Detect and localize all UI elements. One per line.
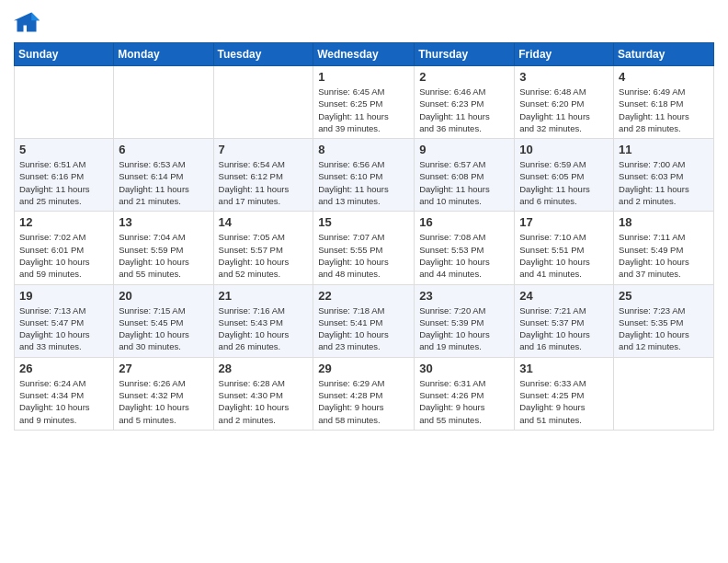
day-number: 20 bbox=[119, 289, 208, 303]
calendar-week-1: 1Sunrise: 6:45 AM Sunset: 6:25 PM Daylig… bbox=[15, 66, 714, 139]
calendar-week-3: 12Sunrise: 7:02 AM Sunset: 6:01 PM Dayli… bbox=[15, 212, 714, 284]
day-number: 24 bbox=[519, 289, 609, 303]
day-info: Sunrise: 7:13 AM Sunset: 5:47 PM Dayligh… bbox=[19, 304, 108, 353]
calendar-week-5: 26Sunrise: 6:24 AM Sunset: 4:34 PM Dayli… bbox=[15, 357, 714, 430]
day-info: Sunrise: 7:21 AM Sunset: 5:37 PM Dayligh… bbox=[519, 304, 609, 353]
calendar-cell: 6Sunrise: 6:53 AM Sunset: 6:14 PM Daylig… bbox=[114, 139, 213, 212]
calendar-cell: 22Sunrise: 7:18 AM Sunset: 5:41 PM Dayli… bbox=[313, 284, 415, 357]
day-info: Sunrise: 7:00 AM Sunset: 6:03 PM Dayligh… bbox=[619, 158, 709, 207]
calendar-week-4: 19Sunrise: 7:13 AM Sunset: 5:47 PM Dayli… bbox=[15, 284, 714, 357]
day-info: Sunrise: 6:33 AM Sunset: 4:25 PM Dayligh… bbox=[519, 377, 609, 426]
day-number: 28 bbox=[219, 362, 309, 375]
calendar-cell: 14Sunrise: 7:05 AM Sunset: 5:57 PM Dayli… bbox=[213, 212, 313, 284]
day-number: 30 bbox=[419, 362, 509, 375]
calendar-header: SundayMondayTuesdayWednesdayThursdayFrid… bbox=[15, 43, 714, 66]
weekday-header-monday: Monday bbox=[114, 43, 213, 66]
weekday-header-sunday: Sunday bbox=[15, 43, 114, 66]
day-info: Sunrise: 6:56 AM Sunset: 6:10 PM Dayligh… bbox=[318, 158, 409, 207]
calendar-cell: 27Sunrise: 6:26 AM Sunset: 4:32 PM Dayli… bbox=[114, 357, 213, 430]
calendar-cell: 26Sunrise: 6:24 AM Sunset: 4:34 PM Dayli… bbox=[15, 357, 114, 430]
day-info: Sunrise: 6:57 AM Sunset: 6:08 PM Dayligh… bbox=[419, 158, 509, 207]
day-number: 3 bbox=[519, 70, 609, 84]
weekday-header-friday: Friday bbox=[515, 43, 614, 66]
calendar-cell: 3Sunrise: 6:48 AM Sunset: 6:20 PM Daylig… bbox=[515, 66, 614, 139]
calendar-cell: 2Sunrise: 6:46 AM Sunset: 6:23 PM Daylig… bbox=[415, 66, 515, 139]
calendar-cell: 23Sunrise: 7:20 AM Sunset: 5:39 PM Dayli… bbox=[415, 284, 515, 357]
calendar-cell: 1Sunrise: 6:45 AM Sunset: 6:25 PM Daylig… bbox=[313, 66, 415, 139]
day-number: 26 bbox=[19, 362, 108, 375]
day-number: 23 bbox=[419, 289, 509, 303]
calendar-body: 1Sunrise: 6:45 AM Sunset: 6:25 PM Daylig… bbox=[15, 66, 714, 431]
calendar-cell: 25Sunrise: 7:23 AM Sunset: 5:35 PM Dayli… bbox=[614, 284, 714, 357]
day-number: 14 bbox=[219, 215, 309, 229]
calendar-week-2: 5Sunrise: 6:51 AM Sunset: 6:16 PM Daylig… bbox=[15, 139, 714, 212]
day-number: 11 bbox=[619, 143, 709, 156]
calendar-table: SundayMondayTuesdayWednesdayThursdayFrid… bbox=[14, 42, 714, 431]
day-number: 5 bbox=[19, 143, 108, 156]
day-info: Sunrise: 7:10 AM Sunset: 5:51 PM Dayligh… bbox=[519, 231, 609, 280]
logo bbox=[14, 9, 43, 35]
calendar-cell: 18Sunrise: 7:11 AM Sunset: 5:49 PM Dayli… bbox=[614, 212, 714, 284]
day-number: 8 bbox=[318, 143, 409, 156]
calendar-cell: 13Sunrise: 7:04 AM Sunset: 5:59 PM Dayli… bbox=[114, 212, 213, 284]
calendar-cell bbox=[114, 66, 213, 139]
day-number: 1 bbox=[318, 70, 409, 84]
day-info: Sunrise: 7:11 AM Sunset: 5:49 PM Dayligh… bbox=[619, 231, 709, 280]
calendar-cell bbox=[15, 66, 114, 139]
day-info: Sunrise: 7:18 AM Sunset: 5:41 PM Dayligh… bbox=[318, 304, 409, 353]
calendar-cell: 8Sunrise: 6:56 AM Sunset: 6:10 PM Daylig… bbox=[313, 139, 415, 212]
calendar-cell: 20Sunrise: 7:15 AM Sunset: 5:45 PM Dayli… bbox=[114, 284, 213, 357]
day-info: Sunrise: 7:05 AM Sunset: 5:57 PM Dayligh… bbox=[219, 231, 309, 280]
day-number: 29 bbox=[318, 362, 409, 375]
calendar-cell bbox=[614, 357, 714, 430]
calendar-cell: 4Sunrise: 6:49 AM Sunset: 6:18 PM Daylig… bbox=[614, 66, 714, 139]
page: SundayMondayTuesdayWednesdayThursdayFrid… bbox=[0, 0, 728, 444]
day-number: 17 bbox=[519, 215, 609, 229]
svg-marker-1 bbox=[31, 13, 40, 21]
day-number: 21 bbox=[219, 289, 309, 303]
day-info: Sunrise: 6:24 AM Sunset: 4:34 PM Dayligh… bbox=[19, 377, 108, 426]
header bbox=[14, 9, 714, 35]
day-info: Sunrise: 6:59 AM Sunset: 6:05 PM Dayligh… bbox=[519, 158, 609, 207]
day-number: 18 bbox=[619, 215, 709, 229]
day-info: Sunrise: 6:45 AM Sunset: 6:25 PM Dayligh… bbox=[318, 86, 409, 134]
svg-marker-0 bbox=[14, 13, 40, 32]
day-number: 4 bbox=[619, 70, 709, 84]
day-number: 7 bbox=[219, 143, 309, 156]
day-number: 6 bbox=[119, 143, 208, 156]
day-info: Sunrise: 7:02 AM Sunset: 6:01 PM Dayligh… bbox=[19, 231, 108, 280]
day-number: 15 bbox=[318, 215, 409, 229]
day-info: Sunrise: 7:16 AM Sunset: 5:43 PM Dayligh… bbox=[219, 304, 309, 353]
day-number: 16 bbox=[419, 215, 509, 229]
day-info: Sunrise: 6:29 AM Sunset: 4:28 PM Dayligh… bbox=[318, 377, 409, 426]
calendar-cell: 10Sunrise: 6:59 AM Sunset: 6:05 PM Dayli… bbox=[515, 139, 614, 212]
calendar-cell: 9Sunrise: 6:57 AM Sunset: 6:08 PM Daylig… bbox=[415, 139, 515, 212]
calendar-cell: 30Sunrise: 6:31 AM Sunset: 4:26 PM Dayli… bbox=[415, 357, 515, 430]
weekday-header-saturday: Saturday bbox=[614, 43, 714, 66]
day-number: 25 bbox=[619, 289, 709, 303]
day-number: 12 bbox=[19, 215, 108, 229]
calendar-cell: 5Sunrise: 6:51 AM Sunset: 6:16 PM Daylig… bbox=[15, 139, 114, 212]
weekday-header-wednesday: Wednesday bbox=[313, 43, 415, 66]
calendar-cell: 24Sunrise: 7:21 AM Sunset: 5:37 PM Dayli… bbox=[515, 284, 614, 357]
calendar-cell: 28Sunrise: 6:28 AM Sunset: 4:30 PM Dayli… bbox=[213, 357, 313, 430]
day-info: Sunrise: 6:46 AM Sunset: 6:23 PM Dayligh… bbox=[419, 86, 509, 134]
day-number: 2 bbox=[419, 70, 509, 84]
day-info: Sunrise: 6:53 AM Sunset: 6:14 PM Dayligh… bbox=[119, 158, 208, 207]
day-info: Sunrise: 7:20 AM Sunset: 5:39 PM Dayligh… bbox=[419, 304, 509, 353]
day-info: Sunrise: 7:23 AM Sunset: 5:35 PM Dayligh… bbox=[619, 304, 709, 353]
day-number: 22 bbox=[318, 289, 409, 303]
day-info: Sunrise: 6:48 AM Sunset: 6:20 PM Dayligh… bbox=[519, 86, 609, 134]
day-number: 19 bbox=[19, 289, 108, 303]
day-info: Sunrise: 6:54 AM Sunset: 6:12 PM Dayligh… bbox=[219, 158, 309, 207]
day-info: Sunrise: 7:08 AM Sunset: 5:53 PM Dayligh… bbox=[419, 231, 509, 280]
day-number: 10 bbox=[519, 143, 609, 156]
day-number: 9 bbox=[419, 143, 509, 156]
day-number: 13 bbox=[119, 215, 208, 229]
day-info: Sunrise: 6:31 AM Sunset: 4:26 PM Dayligh… bbox=[419, 377, 509, 426]
calendar-cell: 12Sunrise: 7:02 AM Sunset: 6:01 PM Dayli… bbox=[15, 212, 114, 284]
weekday-row: SundayMondayTuesdayWednesdayThursdayFrid… bbox=[15, 43, 714, 66]
calendar-cell: 17Sunrise: 7:10 AM Sunset: 5:51 PM Dayli… bbox=[515, 212, 614, 284]
day-info: Sunrise: 6:28 AM Sunset: 4:30 PM Dayligh… bbox=[219, 377, 309, 426]
calendar-cell: 19Sunrise: 7:13 AM Sunset: 5:47 PM Dayli… bbox=[15, 284, 114, 357]
